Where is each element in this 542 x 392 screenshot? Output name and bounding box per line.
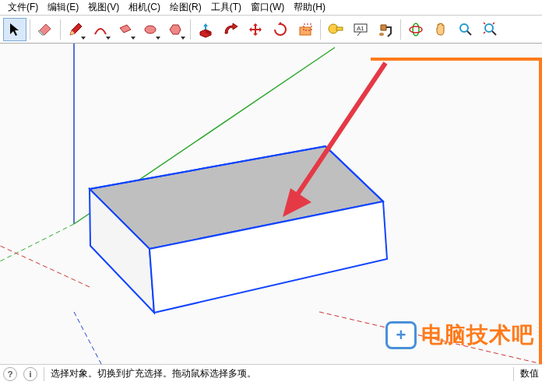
circle-tool[interactable]: [139, 18, 162, 41]
paint-icon: [377, 21, 394, 38]
watermark-logo-icon: +: [385, 321, 417, 349]
pan-icon: [433, 22, 449, 37]
paint-tool[interactable]: [374, 18, 397, 41]
orbit-icon: [408, 22, 424, 37]
menu-edit[interactable]: 编辑(E): [43, 0, 83, 16]
arrow-icon: [7, 22, 23, 37]
watermark-text: 电脑技术吧: [421, 320, 534, 350]
rotate-icon: [273, 22, 288, 37]
svg-rect-4: [336, 27, 343, 30]
status-separator: [44, 367, 44, 381]
menu-camera[interactable]: 相机(C): [124, 0, 165, 16]
svg-point-8: [413, 23, 419, 36]
person-icon[interactable]: i: [23, 367, 37, 381]
info-icon[interactable]: ?: [3, 367, 17, 381]
select-tool[interactable]: [3, 18, 26, 41]
menu-help[interactable]: 帮助(H): [289, 0, 330, 16]
arc-tool[interactable]: [89, 18, 112, 41]
toolbar: A1: [0, 16, 542, 44]
tape-icon: [327, 21, 344, 38]
rotate-tool[interactable]: [269, 18, 292, 41]
axis-y-neg: [0, 224, 74, 261]
dropdown-icon: [106, 37, 111, 40]
status-value-label: 数值: [520, 367, 539, 380]
selected-box[interactable]: [90, 146, 387, 313]
polygon-tool[interactable]: [164, 18, 187, 41]
move-icon: [248, 22, 263, 37]
scale-icon: [297, 22, 313, 37]
menu-tools[interactable]: 工具(T): [206, 0, 246, 16]
svg-point-0: [145, 26, 156, 33]
toolbar-separator: [30, 19, 30, 40]
menu-view[interactable]: 视图(V): [83, 0, 124, 16]
pushpull-tool[interactable]: [194, 18, 217, 41]
zoom-tool[interactable]: [454, 18, 477, 41]
menu-draw[interactable]: 绘图(R): [165, 0, 206, 16]
eraser-icon: [37, 21, 54, 38]
status-separator: [513, 367, 514, 381]
svg-point-10: [460, 24, 468, 32]
text-tool[interactable]: A1: [349, 18, 372, 41]
axis-z-neg: [74, 312, 101, 364]
pushpull-icon: [197, 21, 214, 38]
text-icon: A1: [353, 22, 368, 37]
arc-icon: [93, 22, 108, 37]
toolbar-separator: [320, 19, 321, 40]
toolbar-separator: [190, 19, 191, 40]
followme-icon: [222, 21, 239, 38]
menubar: 文件(F) 编辑(E) 视图(V) 相机(C) 绘图(R) 工具(T) 窗口(W…: [0, 0, 542, 16]
pan-tool[interactable]: [429, 18, 452, 41]
axis-x-neg: [0, 246, 90, 287]
model-canvas: [0, 44, 542, 364]
rectangle-tool[interactable]: [114, 18, 137, 41]
watermark: + 电脑技术吧: [385, 320, 534, 350]
toolbar-separator: [60, 19, 61, 40]
polygon-icon: [167, 22, 183, 37]
statusbar: ? i 选择对象。切换到扩充选择。拖动鼠标选择多项。 数值: [0, 364, 542, 383]
viewport[interactable]: + 电脑技术吧: [0, 44, 542, 364]
line-tool[interactable]: [64, 18, 87, 41]
status-hint: 选择对象。切换到扩充选择。拖动鼠标选择多项。: [51, 367, 256, 380]
eraser-tool[interactable]: [33, 18, 57, 41]
followme-tool[interactable]: [219, 18, 242, 41]
menu-file[interactable]: 文件(F): [3, 0, 43, 16]
toolbar-separator: [400, 19, 401, 40]
dropdown-icon: [81, 37, 86, 40]
svg-point-9: [410, 26, 422, 33]
zoom-extents-tool[interactable]: [479, 18, 502, 41]
orbit-tool[interactable]: [404, 18, 428, 41]
dropdown-icon: [131, 37, 136, 40]
svg-point-7: [379, 33, 384, 36]
pencil-icon: [68, 22, 83, 37]
menu-window[interactable]: 窗口(W): [246, 0, 289, 16]
svg-point-11: [485, 24, 493, 32]
zoom-icon: [458, 22, 473, 37]
rectangle-icon: [118, 22, 133, 37]
circle-icon: [143, 22, 158, 37]
svg-rect-1: [300, 27, 311, 35]
svg-text:A1: A1: [357, 25, 364, 32]
scale-tool[interactable]: [294, 18, 317, 41]
zoom-extents-icon: [483, 22, 498, 37]
move-tool[interactable]: [244, 18, 267, 41]
tape-tool[interactable]: [324, 18, 347, 41]
dropdown-icon: [181, 37, 185, 40]
dropdown-icon: [156, 37, 160, 40]
